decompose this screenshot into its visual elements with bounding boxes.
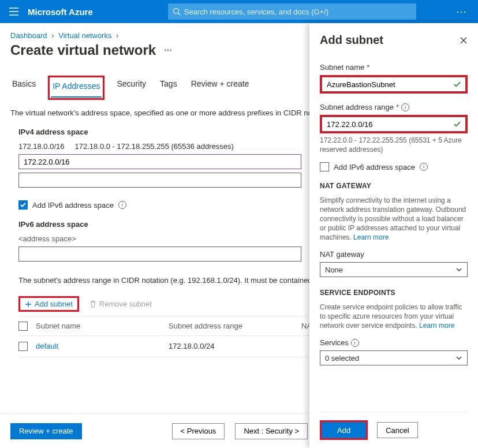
- ipv4-input-blank[interactable]: [18, 173, 301, 188]
- topbar-more-icon[interactable]: ⋯: [450, 5, 473, 18]
- tab-tags[interactable]: Tags: [158, 76, 179, 100]
- search-icon: [173, 8, 181, 16]
- ipv4-range: 172.18.0.0 - 172.18.255.255 (65536 addre…: [75, 142, 234, 151]
- col-subnet-name: Subnet name: [36, 322, 169, 331]
- ipv4-cidr: 172.18.0.0/16: [18, 142, 65, 151]
- review-create-button[interactable]: Review + create: [10, 423, 82, 439]
- add-ipv6-checkbox[interactable]: [18, 200, 28, 210]
- tab-security[interactable]: Security: [115, 76, 148, 100]
- range-help-text: 172.22.0.0 - 172.22.255.255 (65531 + 5 A…: [320, 136, 468, 154]
- info-icon[interactable]: i: [118, 201, 126, 209]
- tab-basics[interactable]: Basics: [10, 76, 38, 100]
- add-ipv6-label: Add IPv6 address space: [32, 201, 114, 210]
- nat-gateway-select[interactable]: None: [320, 262, 468, 277]
- top-bar: Microsoft Azure ⋯: [0, 0, 478, 23]
- nat-gateway-heading: NAT GATEWAY: [320, 182, 468, 190]
- add-subnet-label: Add subnet: [35, 300, 73, 308]
- tab-ip-addresses[interactable]: IP Addresses: [51, 78, 102, 98]
- hamburger-icon[interactable]: [5, 2, 23, 21]
- info-icon[interactable]: i: [351, 339, 359, 347]
- subnet-name-input[interactable]: [322, 77, 466, 92]
- page-title: Create virtual network: [10, 42, 156, 58]
- add-subnet-button[interactable]: Add subnet: [20, 298, 77, 310]
- row-checkbox[interactable]: [18, 342, 28, 351]
- tab-review[interactable]: Review + create: [189, 76, 251, 100]
- check-icon: [20, 201, 27, 208]
- required-icon: *: [396, 103, 399, 111]
- service-endpoints-heading: SERVICE ENDPOINTS: [320, 289, 468, 297]
- nat-gateway-label: NAT gateway: [320, 250, 364, 259]
- add-subnet-panel: Add subnet Subnet name * Subnet address …: [309, 23, 478, 448]
- trash-icon: [89, 300, 96, 308]
- panel-title: Add subnet: [320, 33, 383, 47]
- services-select[interactable]: 0 selected: [320, 350, 468, 365]
- previous-button[interactable]: < Previous: [172, 423, 225, 439]
- nat-select-value: None: [325, 266, 343, 274]
- ipv4-input[interactable]: [18, 154, 301, 169]
- plus-icon: [25, 301, 32, 308]
- breadcrumb-vnets[interactable]: Virtual networks: [58, 31, 111, 40]
- col-subnet-range: Subnet address range: [169, 322, 301, 331]
- remove-subnet-label: Remove subnet: [99, 300, 152, 308]
- remove-subnet-button: Remove subnet: [85, 298, 156, 310]
- nat-desc: Simplify connectivity to the internet us…: [320, 196, 468, 242]
- learn-more-link[interactable]: Learn more: [353, 233, 389, 241]
- subnet-range-label: Subnet address range: [320, 103, 394, 111]
- svc-desc: Create service endpoint policies to allo…: [320, 303, 468, 330]
- cancel-button[interactable]: Cancel: [377, 422, 417, 438]
- subnet-range-input[interactable]: [322, 117, 466, 132]
- subnet-link-default[interactable]: default: [36, 342, 58, 350]
- breadcrumb-dashboard[interactable]: Dashboard: [10, 31, 47, 40]
- page-more-icon[interactable]: ⋯: [164, 46, 172, 55]
- chevron-down-icon: [455, 266, 462, 273]
- ipv6-input-blank[interactable]: [18, 247, 301, 262]
- subnet-range: 172.18.0.0/24: [169, 342, 301, 351]
- services-select-value: 0 selected: [325, 354, 359, 363]
- info-icon[interactable]: i: [401, 103, 409, 111]
- add-ipv6-label-panel: Add IPv6 address space: [334, 163, 415, 171]
- check-icon: [453, 120, 461, 128]
- add-button[interactable]: Add: [322, 422, 366, 438]
- services-label: Services: [320, 338, 349, 347]
- chevron-right-icon: ›: [51, 31, 54, 40]
- chevron-down-icon: [455, 354, 462, 361]
- learn-more-link[interactable]: Learn more: [419, 322, 454, 330]
- subnet-name-label: Subnet name: [320, 63, 364, 72]
- svg-line-1: [178, 13, 180, 16]
- chevron-right-icon: ›: [116, 31, 118, 40]
- global-search[interactable]: [168, 3, 416, 20]
- info-icon[interactable]: i: [420, 163, 428, 171]
- add-ipv6-checkbox-panel[interactable]: [320, 162, 329, 171]
- required-icon: *: [367, 63, 369, 72]
- brand-label: Microsoft Azure: [28, 7, 93, 17]
- next-button[interactable]: Next : Security >: [235, 423, 308, 439]
- svg-point-0: [173, 9, 178, 14]
- select-all-checkbox[interactable]: [18, 322, 28, 331]
- check-icon: [453, 80, 461, 88]
- search-input[interactable]: [184, 8, 412, 16]
- close-icon[interactable]: [460, 36, 468, 44]
